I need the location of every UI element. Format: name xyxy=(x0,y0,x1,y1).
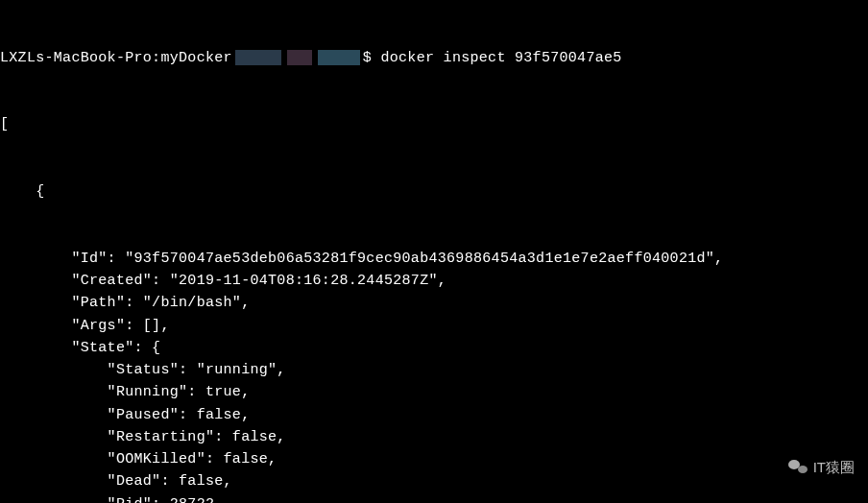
redacted-block xyxy=(235,50,281,65)
json-line: "Paused": false, xyxy=(0,404,868,426)
json-line: "Pid": 28722, xyxy=(0,493,868,504)
redacted-block xyxy=(287,50,312,65)
wechat-icon xyxy=(788,459,808,474)
json-line: "Path": "/bin/bash", xyxy=(0,292,868,314)
json-line: "Args": [], xyxy=(0,315,868,337)
json-open-bracket: [ xyxy=(0,113,868,135)
command-text: docker inspect 93f570047ae5 xyxy=(380,47,621,69)
watermark-text: IT猿圈 xyxy=(813,456,855,478)
json-lines-container: "Id": "93f570047ae53deb06a53281f9cec90ab… xyxy=(0,248,868,503)
json-line: "Status": "running", xyxy=(0,359,868,381)
json-line: "OOMKilled": false, xyxy=(0,448,868,470)
prompt-line: LXZLs-MacBook-Pro:myDocker $ docker insp… xyxy=(0,47,868,69)
json-line: "Running": true, xyxy=(0,381,868,403)
prompt-symbol: $ xyxy=(363,47,372,69)
json-line: "State": { xyxy=(0,337,868,359)
json-open-brace: { xyxy=(0,180,868,203)
json-line: "Id": "93f570047ae53deb06a53281f9cec90ab… xyxy=(0,248,868,270)
json-line: "Dead": false, xyxy=(0,470,868,492)
terminal-output[interactable]: LXZLs-MacBook-Pro:myDocker $ docker insp… xyxy=(0,2,868,503)
json-line: "Created": "2019-11-04T08:16:28.2445287Z… xyxy=(0,270,868,292)
redacted-block xyxy=(318,50,360,65)
watermark: IT猿圈 xyxy=(788,456,855,478)
prompt-host: LXZLs-MacBook-Pro:myDocker xyxy=(0,47,232,69)
json-line: "Restarting": false, xyxy=(0,426,868,448)
